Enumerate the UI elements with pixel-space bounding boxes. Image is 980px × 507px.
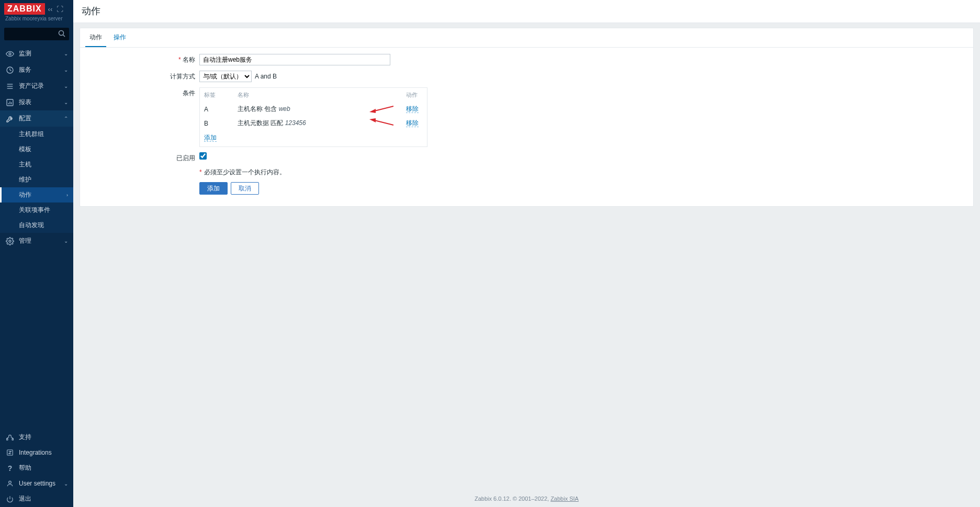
submit-button[interactable]: 添加 xyxy=(199,182,228,195)
logo[interactable]: ZABBIX xyxy=(4,3,45,15)
svg-marker-20 xyxy=(369,109,376,113)
cond-add-link[interactable]: 添加 xyxy=(204,134,217,142)
cond-th-name: 名称 xyxy=(233,88,373,102)
expand-icon[interactable]: ⛶ xyxy=(55,5,64,13)
note-text: *必须至少设置一个执行内容。 xyxy=(199,168,286,177)
formula-text: A and B xyxy=(255,73,277,80)
calc-label: 计算方式 xyxy=(85,71,199,81)
power-icon xyxy=(5,495,15,503)
nav-label: 报表 xyxy=(19,98,64,107)
chevron-up-icon: ⌃ xyxy=(64,116,68,121)
nav-bottom: 支持 Integrations ? 帮助 User settings ⌄ 退出 xyxy=(0,429,73,507)
nav-integrations[interactable]: Integrations xyxy=(0,445,73,460)
nav-label: 退出 xyxy=(19,494,68,503)
condition-add-row: 添加 xyxy=(200,130,427,147)
barchart-icon xyxy=(5,98,15,107)
name-input[interactable] xyxy=(199,54,390,65)
tab-action[interactable]: 动作 xyxy=(85,28,106,47)
chevron-down-icon: ⌄ xyxy=(64,481,68,487)
nav-label: 监测 xyxy=(19,49,64,58)
tab-operation[interactable]: 操作 xyxy=(109,28,130,47)
collapse-sidebar-icon[interactable]: ‹‹ xyxy=(47,5,54,13)
nav-config-actions[interactable]: 动作 › xyxy=(0,187,73,202)
enabled-checkbox[interactable] xyxy=(199,152,207,160)
svg-point-17 xyxy=(9,481,12,483)
nav-admin[interactable]: 管理 ⌄ xyxy=(0,233,73,249)
svg-point-13 xyxy=(9,240,11,242)
nav-inventory[interactable]: 资产记录 ⌄ xyxy=(0,78,73,94)
cond-name-pre: 主机元数据 匹配 xyxy=(238,119,285,127)
nav-logout[interactable]: 退出 xyxy=(0,491,73,507)
svg-line-19 xyxy=(375,106,393,111)
cond-remove-link[interactable]: 移除 xyxy=(406,105,419,113)
svg-marker-22 xyxy=(369,118,376,122)
nav-config-maintenance[interactable]: 维护 xyxy=(0,172,73,187)
nav-support[interactable]: 支持 xyxy=(0,429,73,445)
form-panel: 动作 操作 名称 计算方式 xyxy=(80,28,974,207)
cond-tag: A xyxy=(200,102,233,116)
cond-remove-link[interactable]: 移除 xyxy=(406,119,419,127)
nav-help[interactable]: ? 帮助 xyxy=(0,460,73,476)
gear-icon xyxy=(5,237,15,245)
cond-th-spacer xyxy=(373,88,402,102)
nav-sub-label: 主机 xyxy=(19,160,31,169)
nav-sub-label: 自动发现 xyxy=(19,221,44,230)
nav-label: 配置 xyxy=(19,114,64,123)
chevron-down-icon: ⌄ xyxy=(64,238,68,244)
form: 名称 计算方式 与/或（默认） A and B xyxy=(80,48,973,195)
arrow-cell xyxy=(373,116,402,130)
enabled-label: 已启用 xyxy=(85,152,199,163)
support-icon xyxy=(5,434,15,441)
svg-line-21 xyxy=(375,120,393,125)
sidebar: ZABBIX ‹‹ ⛶ Zabbix mooreyxia server 监测 ⌄ xyxy=(0,0,73,507)
question-icon: ? xyxy=(5,464,15,472)
nav-usersettings[interactable]: User settings ⌄ xyxy=(0,476,73,491)
nav-label: 资产记录 xyxy=(19,82,64,91)
nav-sub-label: 维护 xyxy=(19,175,31,184)
name-label: 名称 xyxy=(85,54,199,64)
cond-name-pre: 主机名称 包含 xyxy=(238,105,279,112)
nav-config-sub: 主机群组 模板 主机 维护 动作 › 关联项事件 自动发现 xyxy=(0,127,73,233)
nav-label: 支持 xyxy=(19,433,68,442)
svg-point-2 xyxy=(9,53,11,55)
nav-service[interactable]: 服务 ⌄ xyxy=(0,62,73,78)
z-icon xyxy=(5,449,15,456)
nav-monitor[interactable]: 监测 ⌄ xyxy=(0,46,73,62)
svg-line-5 xyxy=(10,70,12,71)
red-arrow-icon xyxy=(369,118,393,126)
nav-sub-label: 主机群组 xyxy=(19,130,44,139)
cond-th-tag: 标签 xyxy=(200,88,233,102)
nav-label: 管理 xyxy=(19,236,64,245)
cond-name: 主机名称 包含 web xyxy=(233,102,373,116)
cancel-button[interactable]: 取消 xyxy=(231,182,259,195)
tabs: 动作 操作 xyxy=(80,28,973,48)
arrow-cell xyxy=(373,102,402,116)
nav-config-hosts[interactable]: 主机 xyxy=(0,157,73,172)
user-icon xyxy=(5,480,15,487)
nav-config-hostgroups[interactable]: 主机群组 xyxy=(0,127,73,142)
search-container xyxy=(4,28,69,40)
chevron-down-icon: ⌄ xyxy=(64,83,68,89)
conditions-table: 标签 名称 动作 A xyxy=(200,88,427,147)
footer-link[interactable]: Zabbix SIA xyxy=(550,495,579,502)
nav-sub-label: 关联项事件 xyxy=(19,206,50,215)
nav-config[interactable]: 配置 ⌃ xyxy=(0,110,73,127)
nav-config-templates[interactable]: 模板 xyxy=(0,142,73,157)
cond-th-action: 动作 xyxy=(402,88,427,102)
nav-label: User settings xyxy=(19,480,64,487)
cond-tag: B xyxy=(200,116,233,130)
chevron-down-icon: ⌄ xyxy=(64,99,68,105)
nav-sub-label: 动作 xyxy=(19,190,31,199)
nav-config-discovery[interactable]: 自动发现 xyxy=(0,218,73,233)
red-arrow-icon xyxy=(369,106,393,113)
nav-label: 服务 xyxy=(19,65,64,74)
footer-text: Zabbix 6.0.12. © 2001–2022, xyxy=(475,495,550,502)
calc-select[interactable]: 与/或（默认） xyxy=(199,71,252,82)
nav-top: 监测 ⌄ 服务 ⌄ 资产记录 ⌄ 报表 xyxy=(0,46,73,249)
chevron-right-icon: › xyxy=(66,193,68,198)
search-input[interactable] xyxy=(4,28,69,40)
nav-config-correlation[interactable]: 关联项事件 xyxy=(0,202,73,218)
nav-report[interactable]: 报表 ⌄ xyxy=(0,94,73,110)
clock-icon xyxy=(5,66,15,74)
conditions-box: 标签 名称 动作 A xyxy=(199,87,427,147)
